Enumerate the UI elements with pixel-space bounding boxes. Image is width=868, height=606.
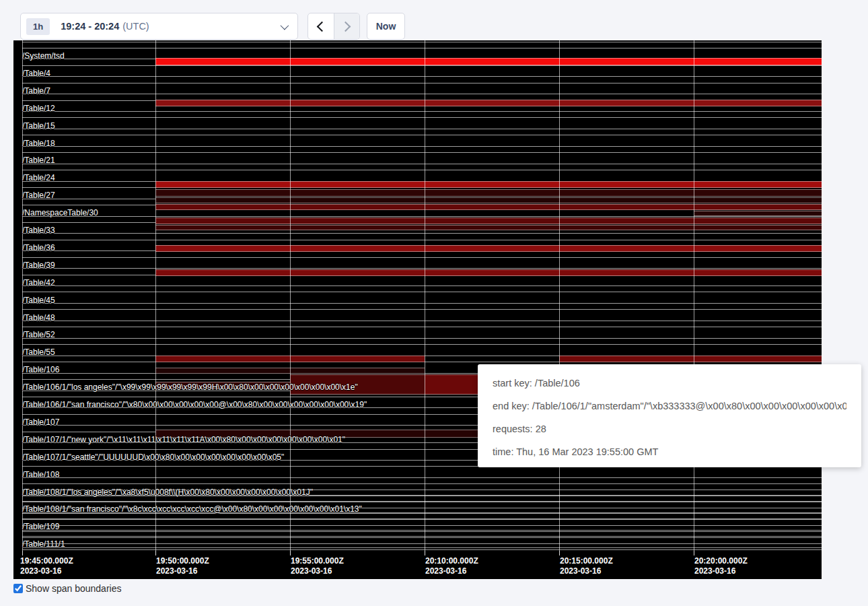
key-visualizer-canvas[interactable]: /System/tsd/Table/4/Table/7/Table/12/Tab… <box>13 40 822 579</box>
previous-interval-button[interactable] <box>308 13 334 39</box>
span-boundary-line <box>22 531 822 532</box>
time-tick <box>22 551 23 556</box>
time-bucket-line <box>425 40 425 551</box>
span-boundary-line <box>22 303 822 304</box>
span-boundary-line <box>22 530 822 531</box>
time-range-selector[interactable]: 1h 19:24 - 20:24 (UTC) <box>20 13 298 40</box>
tooltip-end-key: end key: /Table/106/1/"amsterdam"/"\xb33… <box>493 395 846 417</box>
time-bucket-line <box>559 40 560 551</box>
key-span-label: /Table/33 <box>22 226 55 235</box>
span-tooltip: start key: /Table/106 end key: /Table/10… <box>478 364 861 467</box>
chevron-right-icon <box>340 21 351 32</box>
span-boundary-line <box>22 48 822 48</box>
key-span-label: /Table/107/1/"seattle"/"UUUUUUD\x00\x80\… <box>22 452 284 462</box>
key-span-label: /Table/18 <box>22 139 55 148</box>
time-tick <box>425 551 425 556</box>
heat-band[interactable] <box>155 217 822 224</box>
key-span-label: /Table/52 <box>22 330 55 339</box>
span-boundary-line <box>22 292 822 292</box>
time-tick <box>694 551 694 556</box>
key-span-label: /Table/42 <box>22 278 55 288</box>
span-boundary-line <box>22 549 822 550</box>
span-boundary-line <box>22 164 822 164</box>
next-interval-button[interactable] <box>334 13 360 39</box>
heat-band[interactable] <box>559 356 822 362</box>
heat-band[interactable] <box>694 211 822 216</box>
heat-band[interactable] <box>155 58 822 65</box>
show-span-boundaries-toggle: Show span boundaries <box>13 583 121 594</box>
heat-band[interactable] <box>155 225 822 230</box>
show-span-boundaries-checkbox[interactable] <box>13 584 23 593</box>
span-boundary-line <box>22 309 822 310</box>
span-boundary-line <box>22 338 822 339</box>
key-span-label: /Table/7 <box>22 86 50 96</box>
time-tick-date: 2023-03-16 <box>560 566 601 576</box>
heat-band[interactable] <box>155 269 822 276</box>
span-boundary-line <box>22 321 822 321</box>
key-span-label: /Table/109 <box>22 522 59 531</box>
show-span-boundaries-label[interactable]: Show span boundaries <box>26 583 121 594</box>
time-tick-date: 2023-03-16 <box>20 566 61 576</box>
tooltip-time: time: Thu, 16 Mar 2023 19:55:00 GMT <box>493 440 846 463</box>
time-tick <box>290 551 291 556</box>
span-boundary-line <box>22 111 822 112</box>
time-tick <box>559 551 560 556</box>
span-boundary-line <box>22 537 822 538</box>
key-span-label: /Table/111/1 <box>22 539 65 549</box>
key-span-label: /Table/55 <box>22 347 55 357</box>
time-tick-date: 2023-03-16 <box>291 566 332 576</box>
time-tick-label: 19:55:00.000Z <box>291 556 344 566</box>
key-span-label: /Table/21 <box>22 156 55 165</box>
heat-band[interactable] <box>155 197 822 203</box>
heat-band[interactable] <box>155 100 822 106</box>
span-boundary-line <box>22 152 822 153</box>
span-boundary-line <box>22 547 822 548</box>
key-span-label: /Table/107/1/"new york"/"\x11\x11\x11\x1… <box>22 435 345 444</box>
duration-badge: 1h <box>26 18 50 35</box>
span-boundary-line <box>22 344 822 345</box>
key-span-label: /Table/108 <box>22 470 59 479</box>
time-tick <box>155 551 156 556</box>
key-span-label: /NamespaceTable/30 <box>22 208 98 217</box>
time-bucket-line <box>155 40 156 551</box>
heat-band[interactable] <box>155 181 822 188</box>
span-boundary-line <box>22 83 822 83</box>
key-span-label: /Table/45 <box>22 296 55 305</box>
key-span-label: /Table/36 <box>22 243 55 252</box>
span-boundary-line <box>22 76 822 77</box>
span-boundary-line <box>22 327 822 327</box>
timezone-text: (UTC) <box>122 21 149 32</box>
span-boundary-line <box>22 135 822 135</box>
span-boundary-line <box>22 477 822 478</box>
span-boundary-line <box>22 483 822 484</box>
key-span-label: /Table/107 <box>22 417 59 427</box>
span-boundary-line <box>22 146 822 147</box>
span-boundary-line <box>22 525 822 526</box>
span-boundary-line <box>22 94 822 94</box>
key-span-label: /Table/106/1/"san francisco"/"\x80\x00\x… <box>22 400 367 409</box>
span-boundary-line <box>22 240 822 240</box>
tooltip-start-key: start key: /Table/106 <box>493 372 846 395</box>
key-span-label: /Table/24 <box>22 173 55 182</box>
time-bucket-line <box>694 40 694 551</box>
time-range-text: 19:24 - 20:24 <box>61 21 119 32</box>
time-tick-label: 19:45:00.000Z <box>20 556 73 566</box>
now-button[interactable]: Now <box>367 13 405 40</box>
key-span-label: /Table/15 <box>22 121 55 131</box>
key-span-label: /Table/108/1/"san francisco"/"\x8c\xcc\x… <box>22 504 362 514</box>
time-pager <box>308 13 360 40</box>
key-span-label: /Table/106/1/"los angeles"/"\x99\x99\x99… <box>22 382 358 392</box>
key-span-label: /Table/27 <box>22 191 55 200</box>
chevron-left-icon <box>317 21 328 32</box>
heat-band[interactable] <box>155 245 822 252</box>
key-span-label: /System/tsd <box>22 51 65 61</box>
heat-band[interactable] <box>155 204 822 210</box>
time-tick-label: 19:50:00.000Z <box>156 556 209 566</box>
span-boundary-line <box>22 502 822 502</box>
heat-band[interactable] <box>155 189 822 197</box>
time-tick-date: 2023-03-16 <box>425 566 466 576</box>
span-boundary-line <box>22 233 822 234</box>
span-boundary-line <box>22 543 822 544</box>
span-boundary-line <box>22 519 822 520</box>
span-boundary-line <box>22 42 822 42</box>
